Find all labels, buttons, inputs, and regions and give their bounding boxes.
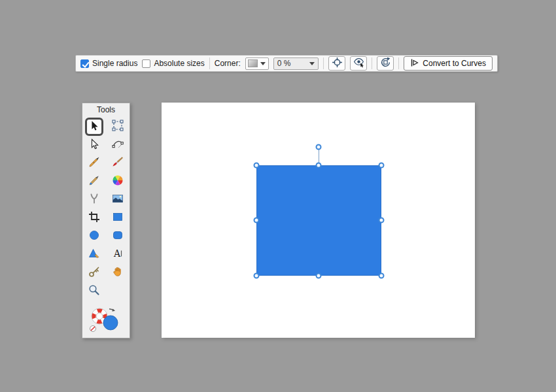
toolbar-separator xyxy=(372,57,372,69)
tool-image[interactable] xyxy=(109,191,127,209)
white-cursor-icon xyxy=(89,139,100,152)
rotation-handle[interactable] xyxy=(316,144,322,150)
text-a-icon: A xyxy=(112,248,124,262)
single-radius-label: Single radius xyxy=(92,59,137,68)
bezier-node-icon xyxy=(112,138,124,152)
ink-pen-icon xyxy=(88,174,100,189)
svg-text:A: A xyxy=(113,248,121,259)
tool-brush[interactable] xyxy=(109,154,127,172)
selection-handle-top-right[interactable] xyxy=(379,163,385,169)
selection-handle-bottom-left[interactable] xyxy=(254,273,260,279)
checkbox-checked-icon[interactable] xyxy=(80,59,89,68)
tool-transform[interactable] xyxy=(109,118,127,136)
rounded-rectangle-shape-icon xyxy=(112,229,124,244)
selection-handle-middle-right[interactable] xyxy=(379,218,385,223)
color-wheel-icon xyxy=(112,174,124,189)
fountain-pen-icon xyxy=(88,156,100,171)
no-color-icon xyxy=(90,326,96,332)
convert-to-curves-button[interactable]: Convert to Curves xyxy=(404,56,493,71)
app-workspace: { "window": { "background_color": "#9b9b… xyxy=(0,0,556,392)
fill-color-swatch xyxy=(103,316,118,330)
crop-icon xyxy=(88,211,100,225)
chevron-down-icon xyxy=(309,62,315,65)
color-indicator[interactable] xyxy=(88,305,126,336)
selection-handle-middle-left[interactable] xyxy=(254,218,260,223)
tool-polygon[interactable] xyxy=(85,246,103,264)
black-cursor-icon xyxy=(89,120,100,134)
tool-pen[interactable] xyxy=(85,154,103,172)
crosshair-target-icon xyxy=(332,57,343,70)
absolute-sizes-checkbox[interactable]: Absolute sizes xyxy=(142,59,204,68)
corner-radius-value: 0 % xyxy=(277,59,291,68)
tool-key[interactable] xyxy=(85,264,103,282)
ellipse-shape-icon xyxy=(88,229,100,244)
paintbrush-icon xyxy=(112,156,124,171)
toolbar-separator xyxy=(323,57,324,69)
rotate-shape-button[interactable] xyxy=(377,56,394,71)
selection-handle-bottom-right[interactable] xyxy=(379,273,385,279)
tool-crop[interactable] xyxy=(85,209,103,227)
rectangle-shape-icon xyxy=(112,211,124,225)
tool-color-wheel[interactable] xyxy=(109,172,127,191)
tool-empty-slot xyxy=(109,282,127,301)
toolbar-separator xyxy=(398,57,399,69)
crosshair-target-button[interactable] xyxy=(328,56,345,71)
tool-ellipse[interactable] xyxy=(85,227,103,246)
corner-style-swatch-icon xyxy=(248,59,258,67)
selection-handle-bottom-center[interactable] xyxy=(316,273,322,279)
swap-colors-icon xyxy=(109,309,115,312)
toolbar-separator xyxy=(209,57,210,69)
tool-wand[interactable] xyxy=(85,191,103,209)
corner-style-dropdown[interactable] xyxy=(245,57,269,70)
rotate-shape-icon xyxy=(380,57,391,70)
eye-pointer-button[interactable] xyxy=(350,56,367,71)
selection-handle-top-left[interactable] xyxy=(254,163,260,169)
key-icon xyxy=(88,266,100,280)
magnifier-icon xyxy=(88,284,100,299)
tool-hand[interactable] xyxy=(109,264,127,282)
chevron-down-icon xyxy=(260,62,266,65)
convert-arrow-icon xyxy=(410,58,419,69)
single-radius-checkbox[interactable]: Single radius xyxy=(80,59,137,68)
absolute-sizes-label: Absolute sizes xyxy=(154,59,204,68)
tools-grid: A xyxy=(82,116,130,301)
photo-image-icon xyxy=(112,193,124,207)
transform-frame-icon xyxy=(112,120,124,134)
tool-zoom[interactable] xyxy=(85,282,103,301)
tool-rounded-rectangle[interactable] xyxy=(109,227,127,246)
tool-rectangle[interactable] xyxy=(109,209,127,227)
selection-handle-top-center[interactable] xyxy=(316,163,322,169)
tool-select[interactable] xyxy=(85,118,103,136)
eye-pointer-icon xyxy=(353,57,364,70)
checkbox-unchecked-icon[interactable] xyxy=(142,59,150,68)
corner-radius-dropdown[interactable]: 0 % xyxy=(273,57,319,70)
document-canvas[interactable] xyxy=(162,103,475,338)
hand-icon xyxy=(112,266,124,280)
options-toolbar: Single radius Absolute sizes Corner: 0 %… xyxy=(75,55,498,72)
tool-direct-select[interactable] xyxy=(85,136,103,154)
selected-rectangle-shape[interactable] xyxy=(256,165,381,276)
triangle-shape-icon xyxy=(88,248,100,262)
wand-fork-icon xyxy=(88,193,100,207)
tools-panel: Tools xyxy=(82,103,130,338)
tool-text[interactable]: A xyxy=(109,246,127,264)
tool-ink-pen[interactable] xyxy=(85,172,103,191)
corner-label: Corner: xyxy=(215,59,241,68)
tool-node-edit[interactable] xyxy=(109,136,127,154)
tools-panel-title: Tools xyxy=(82,103,130,116)
convert-to-curves-label: Convert to Curves xyxy=(423,59,486,68)
